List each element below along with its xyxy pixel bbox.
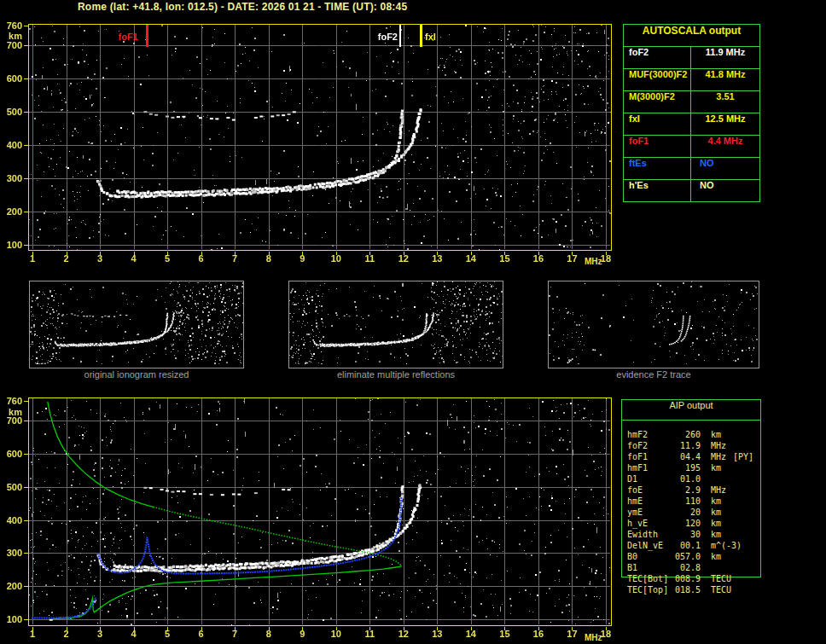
aip-param-label: foF2 bbox=[627, 441, 672, 450]
aip-param-unit: km bbox=[711, 530, 721, 539]
aip-param-label: TEC[Top] bbox=[627, 585, 672, 595]
y-axis-tick-label: 200 bbox=[0, 581, 22, 591]
aip-row: DelN_vE00.1m^(-3) bbox=[627, 541, 748, 552]
y-axis-tick-label: 700 bbox=[0, 415, 22, 426]
foF1-marker-label: foF1 bbox=[104, 32, 138, 42]
autoscala-row: foF14.4 MHz bbox=[624, 136, 759, 158]
autoscala-row: MUF(3000)F241.8 MHz bbox=[624, 69, 759, 91]
aip-param-label: hmE bbox=[627, 496, 672, 506]
aip-param-value: 00.1 bbox=[672, 541, 701, 550]
fxI-marker-label: fxI bbox=[425, 32, 436, 42]
x-axis-tick-label: 8 bbox=[256, 253, 282, 264]
aip-row: TEC[Top]018.5TECU bbox=[627, 585, 738, 596]
aip-param-unit: km bbox=[711, 496, 721, 506]
autoscala-window: Rome (lat: +41.8, lon: 012.5) - DATE: 20… bbox=[0, 0, 826, 644]
aip-row: hmF2260km bbox=[627, 430, 728, 441]
autoscala-row: ftEsNO bbox=[624, 158, 759, 180]
autoscala-output-panel: AUTOSCALA output foF211.9 MHzMUF(3000)F2… bbox=[623, 24, 760, 202]
aip-param-value: 20 bbox=[672, 508, 701, 517]
aip-param-label: D1 bbox=[627, 474, 672, 484]
autoscala-rows: foF211.9 MHzMUF(3000)F241.8 MHzM(3000)F2… bbox=[624, 47, 759, 201]
aip-param-label: Ewidth bbox=[627, 530, 672, 539]
x-axis-tick-label: 2 bbox=[54, 253, 79, 264]
x-axis-tick-label: 7 bbox=[222, 629, 247, 639]
aip-param-label: foF1 bbox=[627, 452, 672, 461]
autoscala-param-label: foF1 bbox=[624, 136, 691, 157]
aip-row: foF104.4MHz[PY] bbox=[627, 452, 753, 463]
autoscala-param-value: 41.8 MHz bbox=[691, 69, 759, 90]
ionogram-canvas-top bbox=[23, 24, 612, 256]
x-axis-tick-label: 15 bbox=[492, 629, 517, 639]
aip-param-unit: MHz bbox=[711, 441, 726, 450]
x-axis-tick-label: 9 bbox=[289, 629, 315, 639]
aip-param-value: 120 bbox=[672, 519, 701, 528]
x-axis-tick-label: 4 bbox=[121, 629, 147, 639]
aip-param-unit: MHz bbox=[711, 452, 726, 461]
thumbnail-original-ionogram bbox=[29, 281, 244, 368]
autoscala-param-value: 3.51 bbox=[691, 91, 759, 113]
autoscala-param-label: fxI bbox=[624, 113, 691, 135]
autoscala-row: M(3000)F23.51 bbox=[624, 91, 759, 113]
station-title: Rome (lat: +41.8, lon: 012.5) - DATE: 20… bbox=[78, 1, 407, 13]
aip-row: D101.0 bbox=[627, 474, 718, 485]
aip-param-unit: km bbox=[711, 519, 721, 528]
thumbnail-filtered-canvas bbox=[289, 281, 503, 364]
x-axis-tick-label: 16 bbox=[526, 629, 551, 639]
aip-param-label: TEC[Bot] bbox=[627, 574, 672, 583]
x-axis-tick-label: 14 bbox=[458, 253, 484, 264]
autoscala-param-label: ftEs bbox=[624, 158, 691, 179]
aip-param-label: hmF2 bbox=[627, 430, 672, 439]
x-axis-tick-label: 13 bbox=[424, 629, 450, 639]
aip-param-unit: km bbox=[711, 552, 721, 561]
aip-param-unit: MHz bbox=[711, 485, 726, 495]
aip-param-unit: km bbox=[711, 430, 721, 439]
aip-param-unit: km bbox=[711, 463, 721, 473]
thumbnail-caption-filtered: eliminate multiple reflections bbox=[288, 369, 503, 380]
y-axis-tick-label: 200 bbox=[0, 206, 22, 217]
aip-row: foE2.9MHz bbox=[627, 485, 733, 496]
aip-param-value: 04.4 bbox=[672, 452, 701, 461]
x-axis-tick-label: 9 bbox=[289, 253, 315, 264]
autoscala-row: foF211.9 MHz bbox=[624, 47, 759, 69]
aip-param-unit: TECU bbox=[711, 585, 731, 595]
x-axis-tick-label: 12 bbox=[391, 629, 416, 639]
x-axis-tick-label: 8 bbox=[256, 629, 282, 639]
y-axis-tick-label: 760 bbox=[0, 20, 22, 31]
x-axis-tick-label: 15 bbox=[492, 253, 517, 264]
aip-row: hmF1195km bbox=[627, 463, 728, 474]
x-axis-tick-label: 17 bbox=[559, 629, 585, 639]
thumbnail-caption-f2: evidence F2 trace bbox=[548, 369, 759, 380]
x-axis-tick-label: 14 bbox=[458, 629, 484, 639]
ionogram-canvas-bottom bbox=[23, 397, 612, 631]
y-axis-tick-label: 400 bbox=[0, 140, 22, 150]
aip-param-label: hmF1 bbox=[627, 463, 672, 473]
x-axis-tick-label: 5 bbox=[154, 253, 180, 264]
x-axis-tick-label: 16 bbox=[526, 253, 551, 264]
aip-row: ymE20km bbox=[627, 508, 728, 519]
x-axis-tick-label: 12 bbox=[391, 253, 416, 264]
aip-param-value: 11.9 bbox=[672, 441, 701, 450]
thumbnail-f2-evidence bbox=[548, 281, 759, 368]
aip-row: h_vE120km bbox=[627, 519, 728, 530]
y-axis-tick-label: 500 bbox=[0, 482, 22, 492]
autoscala-header: AUTOSCALA output bbox=[624, 25, 759, 47]
autoscala-param-value: 4.4 MHz bbox=[691, 136, 759, 157]
aip-row: B102.8 bbox=[627, 563, 718, 574]
x-axis-tick-label: 3 bbox=[87, 253, 113, 264]
aip-param-unit: m^(-3) bbox=[711, 541, 742, 550]
aip-param-label: B1 bbox=[627, 563, 672, 572]
x-axis-tick-label: 18 bbox=[593, 253, 619, 264]
x-axis-tick-label: 13 bbox=[424, 253, 450, 264]
x-axis-tick-label: 6 bbox=[189, 629, 214, 639]
x-axis-tick-label: 2 bbox=[54, 629, 79, 639]
x-axis-tick-label: 1 bbox=[20, 253, 45, 264]
aip-row: Ewidth30km bbox=[627, 530, 728, 541]
aip-row: B0057.0km bbox=[627, 552, 728, 563]
aip-param-label: foE bbox=[627, 485, 672, 495]
aip-param-value: 195 bbox=[672, 463, 701, 473]
aip-param-value: 018.5 bbox=[672, 585, 701, 595]
y-axis-tick-label: 500 bbox=[0, 107, 22, 117]
aip-param-note: [PY] bbox=[733, 452, 753, 461]
aip-param-value: 2.9 bbox=[672, 485, 701, 495]
y-axis-tick-label: 600 bbox=[0, 73, 22, 84]
